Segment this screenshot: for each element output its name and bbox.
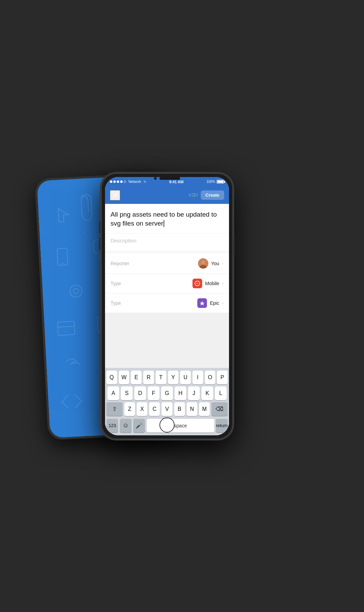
key-c[interactable]: C (149, 402, 160, 416)
key-v[interactable]: V (162, 402, 172, 416)
signal-dot-5 (124, 180, 126, 183)
key-z[interactable]: Z (124, 402, 135, 416)
svg-point-23 (197, 283, 198, 284)
type-mobile-field[interactable]: Type Mobile › (105, 274, 229, 293)
top-hardware-bar (154, 177, 180, 180)
home-button[interactable] (159, 417, 175, 433)
fields-section: Reporter You › (105, 253, 229, 313)
speaker (159, 177, 180, 180)
power-button (233, 235, 235, 256)
key-r[interactable]: R (143, 371, 154, 384)
type-epic-text: Epic (210, 300, 219, 306)
return-key[interactable]: return (216, 419, 228, 433)
content-spacer (105, 313, 229, 368)
signal-dot-1 (110, 180, 112, 183)
carrier-label: Network (128, 180, 141, 184)
key-d[interactable]: D (134, 386, 146, 400)
num-key[interactable]: 123 (106, 419, 118, 433)
space-key[interactable]: space (147, 419, 214, 433)
nav-right-actions: 📎 Create (190, 190, 224, 200)
reporter-value: You › (198, 258, 223, 269)
key-j[interactable]: J (188, 386, 200, 400)
battery-fill (217, 180, 223, 183)
delete-key[interactable]: ⌫ (211, 402, 228, 416)
type-epic-chevron-icon: › (222, 300, 223, 305)
text-cursor (164, 220, 164, 227)
key-g[interactable]: G (161, 386, 173, 400)
reporter-avatar (198, 258, 208, 269)
reporter-chevron-icon: › (222, 261, 223, 266)
content-area: All png assets need to be updated to svg… (105, 204, 229, 435)
key-u[interactable]: U (180, 371, 191, 384)
status-left: Network ∿ (110, 179, 146, 184)
type-epic-label: Type (111, 300, 121, 306)
key-h[interactable]: H (175, 386, 186, 400)
key-s[interactable]: S (121, 386, 133, 400)
main-phone: Network ∿ 9:41 AM 100% ✕ 📎 Create (100, 172, 234, 440)
volume-down-button (99, 238, 101, 250)
keyboard-row-2: A S D F G H J K L (106, 386, 228, 400)
type-mobile-chevron-icon: › (222, 281, 223, 286)
reporter-label: Reporter (111, 261, 129, 266)
keyboard-row-3: ⇧ Z X C V B N M ⌫ (106, 402, 228, 416)
signal-dot-2 (113, 180, 116, 183)
key-t[interactable]: T (156, 371, 166, 384)
camera (154, 177, 157, 180)
key-n[interactable]: N (187, 402, 197, 416)
battery-icon (217, 180, 224, 184)
status-right: 100% (206, 180, 224, 184)
key-x[interactable]: X (137, 402, 147, 416)
svg-rect-2 (57, 248, 68, 265)
create-button[interactable]: Create (201, 190, 224, 200)
attachment-icon[interactable]: 📎 (188, 190, 199, 200)
shift-key[interactable]: ⇧ (106, 402, 123, 416)
key-b[interactable]: B (174, 402, 185, 416)
title-area[interactable]: All png assets need to be updated to svg… (105, 204, 229, 233)
screen: Network ∿ 9:41 AM 100% ✕ 📎 Create (105, 177, 229, 435)
key-y[interactable]: Y (168, 371, 179, 384)
key-q[interactable]: Q (106, 371, 117, 384)
keyboard-row-1: Q W E R T Y U I O P (106, 371, 228, 384)
title-input[interactable]: All png assets need to be updated to svg… (111, 210, 223, 228)
battery-percent: 100% (206, 180, 215, 184)
svg-text:+: + (83, 229, 86, 235)
type-mobile-text: Mobile (205, 281, 219, 286)
type-epic-field[interactable]: Type Epic › (105, 293, 229, 313)
key-p[interactable]: P (217, 371, 228, 384)
volume-up-button (99, 221, 101, 234)
key-a[interactable]: A (107, 386, 119, 400)
signal-dot-4 (120, 180, 123, 183)
wifi-icon: ∿ (143, 179, 146, 184)
type-epic-value: Epic › (197, 298, 223, 308)
key-i[interactable]: I (193, 371, 203, 384)
type-mobile-value: Mobile › (193, 279, 223, 288)
description-area[interactable]: Description (105, 233, 229, 251)
key-e[interactable]: E (131, 371, 142, 384)
svg-point-6 (73, 288, 79, 294)
epic-type-icon (197, 298, 207, 308)
status-time: 9:41 AM (169, 180, 184, 184)
reporter-name: You (211, 261, 219, 266)
key-w[interactable]: W (119, 371, 129, 384)
type-mobile-label: Type (111, 281, 121, 286)
key-f[interactable]: F (148, 386, 159, 400)
signal-dot-3 (117, 180, 119, 183)
svg-marker-24 (200, 301, 205, 305)
mobile-type-icon (193, 279, 202, 288)
close-button[interactable]: ✕ (110, 190, 120, 200)
svg-point-20 (201, 260, 205, 264)
svg-point-5 (70, 284, 82, 297)
key-o[interactable]: O (205, 371, 216, 384)
keyboard-rows: Q W E R T Y U I O P A S (105, 368, 229, 417)
description-placeholder: Description (111, 238, 136, 243)
mic-key[interactable]: 🎤 (133, 419, 145, 433)
key-k[interactable]: K (201, 386, 213, 400)
nav-bar: ✕ 📎 Create (105, 187, 229, 204)
emoji-key[interactable]: ☺ (120, 419, 132, 433)
reporter-field[interactable]: Reporter You › (105, 253, 229, 274)
close-icon: ✕ (113, 191, 118, 199)
svg-rect-9 (58, 321, 75, 335)
key-l[interactable]: L (215, 386, 227, 400)
key-m[interactable]: M (199, 402, 210, 416)
